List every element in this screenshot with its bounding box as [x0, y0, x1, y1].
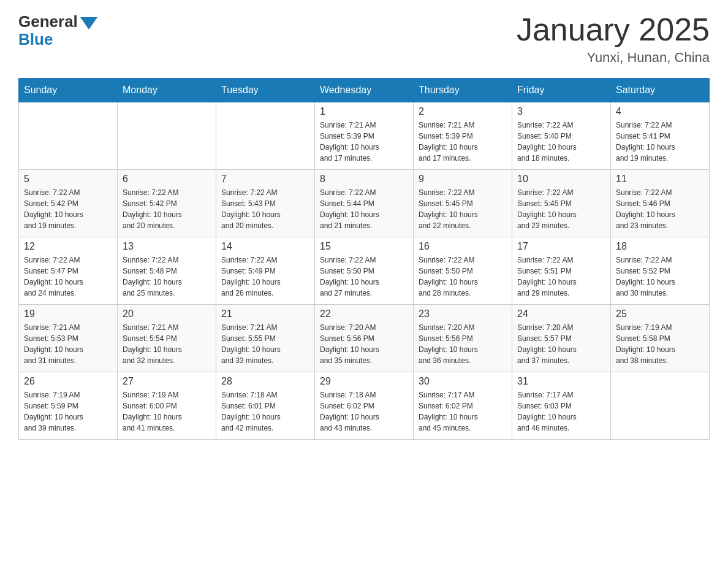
calendar-header: SundayMondayTuesdayWednesdayThursdayFrid… [19, 79, 710, 102]
week-row-2: 5Sunrise: 7:22 AMSunset: 5:42 PMDaylight… [19, 170, 710, 237]
day-info: Sunrise: 7:22 AMSunset: 5:47 PMDaylight:… [24, 255, 112, 299]
day-number: 11 [616, 174, 704, 185]
calendar-body: 1Sunrise: 7:21 AMSunset: 5:39 PMDaylight… [19, 102, 710, 440]
day-cell: 1Sunrise: 7:21 AMSunset: 5:39 PMDaylight… [315, 102, 414, 170]
day-info: Sunrise: 7:19 AMSunset: 6:00 PMDaylight:… [123, 389, 211, 434]
day-cell: 7Sunrise: 7:22 AMSunset: 5:43 PMDaylight… [216, 170, 315, 237]
day-info: Sunrise: 7:17 AMSunset: 6:03 PMDaylight:… [517, 389, 605, 434]
day-cell [118, 102, 216, 170]
day-number: 25 [616, 308, 704, 320]
day-number: 28 [221, 376, 309, 387]
day-info: Sunrise: 7:20 AMSunset: 5:56 PMDaylight:… [419, 322, 507, 366]
day-info: Sunrise: 7:22 AMSunset: 5:48 PMDaylight:… [123, 255, 211, 299]
day-number: 4 [616, 106, 704, 117]
day-number: 8 [320, 174, 408, 185]
day-cell: 8Sunrise: 7:22 AMSunset: 5:44 PMDaylight… [315, 170, 414, 237]
calendar-subtitle: Yunxi, Hunan, China [517, 50, 710, 66]
day-cell: 13Sunrise: 7:22 AMSunset: 5:48 PMDayligh… [118, 237, 216, 305]
day-cell [216, 102, 315, 170]
day-info: Sunrise: 7:22 AMSunset: 5:46 PMDaylight:… [616, 187, 704, 231]
day-info: Sunrise: 7:19 AMSunset: 5:59 PMDaylight:… [24, 389, 112, 434]
day-cell: 2Sunrise: 7:21 AMSunset: 5:39 PMDaylight… [414, 102, 512, 170]
day-cell: 6Sunrise: 7:22 AMSunset: 5:42 PMDaylight… [118, 170, 216, 237]
day-number: 13 [123, 241, 211, 252]
day-info: Sunrise: 7:21 AMSunset: 5:55 PMDaylight:… [221, 322, 309, 366]
day-cell: 24Sunrise: 7:20 AMSunset: 5:57 PMDayligh… [512, 305, 611, 372]
day-number: 23 [419, 308, 507, 320]
day-cell: 12Sunrise: 7:22 AMSunset: 5:47 PMDayligh… [19, 237, 118, 305]
day-cell: 10Sunrise: 7:22 AMSunset: 5:45 PMDayligh… [512, 170, 611, 237]
day-number: 19 [24, 308, 112, 320]
day-cell: 18Sunrise: 7:22 AMSunset: 5:52 PMDayligh… [611, 237, 710, 305]
day-cell [611, 372, 710, 440]
day-number: 31 [517, 376, 605, 387]
day-number: 17 [517, 241, 605, 252]
day-number: 2 [419, 106, 507, 117]
day-info: Sunrise: 7:22 AMSunset: 5:52 PMDaylight:… [616, 255, 704, 299]
day-cell: 5Sunrise: 7:22 AMSunset: 5:42 PMDaylight… [19, 170, 118, 237]
logo-blue-text: Blue [18, 30, 53, 49]
day-cell: 31Sunrise: 7:17 AMSunset: 6:03 PMDayligh… [512, 372, 611, 440]
day-number: 6 [123, 174, 211, 185]
day-cell: 25Sunrise: 7:19 AMSunset: 5:58 PMDayligh… [611, 305, 710, 372]
day-number: 16 [419, 241, 507, 252]
day-info: Sunrise: 7:22 AMSunset: 5:51 PMDaylight:… [517, 255, 605, 299]
day-cell: 15Sunrise: 7:22 AMSunset: 5:50 PMDayligh… [315, 237, 414, 305]
day-info: Sunrise: 7:20 AMSunset: 5:56 PMDaylight:… [320, 322, 408, 366]
day-info: Sunrise: 7:22 AMSunset: 5:43 PMDaylight:… [221, 187, 309, 231]
day-number: 10 [517, 174, 605, 185]
logo-general-text: General [18, 12, 78, 31]
day-number: 1 [320, 106, 408, 117]
day-cell: 11Sunrise: 7:22 AMSunset: 5:46 PMDayligh… [611, 170, 710, 237]
day-number: 18 [616, 241, 704, 252]
day-number: 9 [419, 174, 507, 185]
day-info: Sunrise: 7:22 AMSunset: 5:50 PMDaylight:… [419, 255, 507, 299]
day-cell [19, 102, 118, 170]
day-number: 3 [517, 106, 605, 117]
day-info: Sunrise: 7:22 AMSunset: 5:45 PMDaylight:… [419, 187, 507, 231]
day-info: Sunrise: 7:22 AMSunset: 5:41 PMDaylight:… [616, 120, 704, 164]
day-info: Sunrise: 7:21 AMSunset: 5:39 PMDaylight:… [419, 120, 507, 164]
day-info: Sunrise: 7:22 AMSunset: 5:44 PMDaylight:… [320, 187, 408, 231]
header-cell-saturday: Saturday [611, 79, 710, 102]
day-cell: 16Sunrise: 7:22 AMSunset: 5:50 PMDayligh… [414, 237, 512, 305]
header-cell-tuesday: Tuesday [216, 79, 315, 102]
header-cell-wednesday: Wednesday [315, 79, 414, 102]
day-cell: 20Sunrise: 7:21 AMSunset: 5:54 PMDayligh… [118, 305, 216, 372]
day-info: Sunrise: 7:22 AMSunset: 5:49 PMDaylight:… [221, 255, 309, 299]
day-cell: 30Sunrise: 7:17 AMSunset: 6:02 PMDayligh… [414, 372, 512, 440]
day-number: 30 [419, 376, 507, 387]
logo-arrow-icon [80, 17, 97, 29]
day-cell: 28Sunrise: 7:18 AMSunset: 6:01 PMDayligh… [216, 372, 315, 440]
day-info: Sunrise: 7:21 AMSunset: 5:54 PMDaylight:… [123, 322, 211, 366]
day-cell: 27Sunrise: 7:19 AMSunset: 6:00 PMDayligh… [118, 372, 216, 440]
day-number: 12 [24, 241, 112, 252]
day-number: 7 [221, 174, 309, 185]
day-info: Sunrise: 7:22 AMSunset: 5:42 PMDaylight:… [123, 187, 211, 231]
week-row-3: 12Sunrise: 7:22 AMSunset: 5:47 PMDayligh… [19, 237, 710, 305]
day-info: Sunrise: 7:18 AMSunset: 6:01 PMDaylight:… [221, 389, 309, 434]
day-cell: 17Sunrise: 7:22 AMSunset: 5:51 PMDayligh… [512, 237, 611, 305]
day-info: Sunrise: 7:22 AMSunset: 5:50 PMDaylight:… [320, 255, 408, 299]
header-cell-friday: Friday [512, 79, 611, 102]
day-cell: 4Sunrise: 7:22 AMSunset: 5:41 PMDaylight… [611, 102, 710, 170]
day-info: Sunrise: 7:21 AMSunset: 5:53 PMDaylight:… [24, 322, 112, 366]
day-number: 14 [221, 241, 309, 252]
week-row-1: 1Sunrise: 7:21 AMSunset: 5:39 PMDaylight… [19, 102, 710, 170]
day-number: 27 [123, 376, 211, 387]
logo: General Blue [18, 12, 97, 49]
day-cell: 26Sunrise: 7:19 AMSunset: 5:59 PMDayligh… [19, 372, 118, 440]
page-header: General Blue January 2025 Yunxi, Hunan, … [18, 12, 710, 66]
day-number: 21 [221, 308, 309, 320]
day-info: Sunrise: 7:17 AMSunset: 6:02 PMDaylight:… [419, 389, 507, 434]
day-info: Sunrise: 7:22 AMSunset: 5:42 PMDaylight:… [24, 187, 112, 231]
day-number: 15 [320, 241, 408, 252]
day-cell: 3Sunrise: 7:22 AMSunset: 5:40 PMDaylight… [512, 102, 611, 170]
day-cell: 21Sunrise: 7:21 AMSunset: 5:55 PMDayligh… [216, 305, 315, 372]
header-row: SundayMondayTuesdayWednesdayThursdayFrid… [19, 79, 710, 102]
calendar-table: SundayMondayTuesdayWednesdayThursdayFrid… [18, 78, 710, 440]
day-number: 22 [320, 308, 408, 320]
header-cell-monday: Monday [118, 79, 216, 102]
day-number: 29 [320, 376, 408, 387]
day-info: Sunrise: 7:22 AMSunset: 5:45 PMDaylight:… [517, 187, 605, 231]
